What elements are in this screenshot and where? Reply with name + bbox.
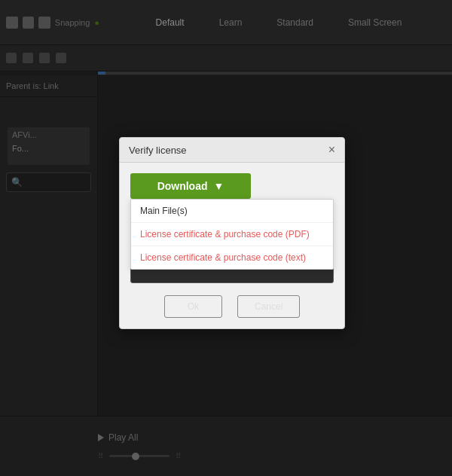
modal-close-button[interactable]: × [328, 144, 335, 156]
download-dropdown: Main File(s) License certificate & purch… [130, 199, 334, 270]
modal-footer: Ok Cancel [130, 295, 334, 318]
cancel-button[interactable]: Cancel [237, 295, 300, 318]
modal-title: Verify license [129, 145, 187, 156]
download-btn-container: Download ▼ Main File(s) License certific… [130, 173, 334, 199]
ok-button[interactable]: Ok [164, 295, 222, 318]
download-arrow-icon: ▼ [214, 180, 224, 192]
dropdown-item-text[interactable]: License certificate & purchase code (tex… [131, 246, 333, 269]
dropdown-item-pdf[interactable]: License certificate & purchase code (PDF… [131, 223, 333, 246]
download-button[interactable]: Download ▼ [130, 173, 251, 199]
verify-license-modal: Verify license × Download ▼ Main File(s)… [119, 137, 345, 329]
download-label: Download [157, 180, 208, 192]
modal-header: Verify license × [120, 138, 344, 163]
dropdown-item-main[interactable]: Main File(s) [131, 200, 333, 223]
modal-body: Download ▼ Main File(s) License certific… [120, 163, 344, 328]
